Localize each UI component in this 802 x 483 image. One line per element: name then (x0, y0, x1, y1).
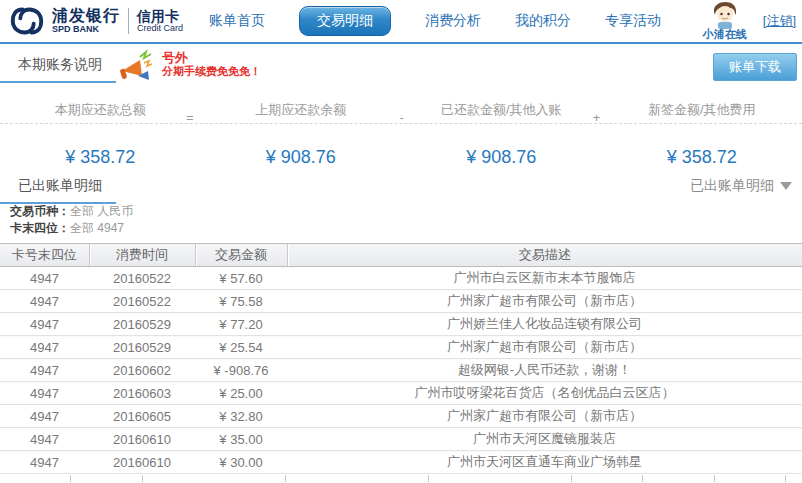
table-row: 4947 20160529 ¥ 77.20 广州娇兰佳人化妆品连锁有限公司 (0, 313, 802, 336)
nav-item-bill-home[interactable]: 账单首页 (209, 12, 265, 30)
statement-selector-dropdown[interactable]: 已出账单明细 (690, 177, 792, 195)
bank-name-en: SPD BANK (52, 25, 120, 34)
cell-date: 20160610 (89, 428, 195, 451)
cutoff-table-strip (0, 475, 802, 482)
nav-item-my-points[interactable]: 我的积分 (515, 12, 571, 30)
logout-link[interactable]: [注销] (763, 12, 796, 30)
table-row: 4947 20160522 ¥ 75.58 广州家广超市有限公司（新市店） (0, 290, 802, 313)
product-name-cn: 信用卡 (137, 9, 183, 24)
filter-currency: 交易币种：全部 人民币 (10, 203, 802, 220)
chevron-down-icon (780, 182, 792, 190)
logo-divider (128, 8, 129, 34)
col-header-date: 消费时间 (89, 244, 195, 267)
cell-date: 20160610 (89, 451, 195, 474)
table-row: 4947 20160529 ¥ 25.54 广州家广超市有限公司（新市店） (0, 336, 802, 359)
operator-minus: - (399, 110, 403, 125)
cell-amount: ¥ 57.60 (195, 267, 287, 290)
main-nav: 账单首页 交易明细 消费分析 我的积分 专享活动 (209, 6, 661, 36)
cell-card: 4947 (0, 382, 89, 405)
cell-card: 4947 (0, 405, 89, 428)
product-name-en: Credit Card (137, 24, 183, 33)
cell-description: 广州市天河区魔镜服装店 (287, 428, 802, 451)
filter-card-label: 卡末四位： (10, 221, 70, 235)
dropdown-selected-value: 已出账单明细 (690, 177, 774, 195)
cell-card: 4947 (0, 267, 89, 290)
summary-label: 新签金额/其他费用 (602, 101, 802, 119)
megaphone-icon (118, 49, 160, 85)
cell-card: 4947 (0, 359, 89, 382)
summary-col-previous-balance: 上期应还款余额 ¥ 908.76 (201, 90, 402, 165)
cell-date: 20160602 (89, 359, 195, 382)
summary-col-current-due: 本期应还款总额 ¥ 358.72 (0, 90, 201, 165)
summary-equation: = - + 本期应还款总额 ¥ 358.72 上期应还款余额 ¥ 908.76 … (0, 90, 802, 165)
cell-amount: ¥ 25.54 (195, 336, 287, 359)
filter-card-value: 全部 4947 (70, 221, 124, 235)
table-header-row: 卡号末四位 消费时间 交易金额 交易描述 (0, 244, 802, 267)
table-row: 4947 20160603 ¥ 25.00 广州市哎呀梁花百货店（名创优品白云区… (0, 382, 802, 405)
nav-item-transaction-detail[interactable]: 交易明细 (299, 6, 391, 36)
col-header-card-last4: 卡号末四位 (0, 244, 89, 267)
cell-date: 20160603 (89, 382, 195, 405)
summary-label: 上期应还款余额 (201, 101, 402, 119)
summary-col-new-charges: 新签金额/其他费用 ¥ 358.72 (602, 90, 802, 165)
col-header-description: 交易描述 (287, 244, 802, 267)
cell-card: 4947 (0, 290, 89, 313)
table-row: 4947 20160602 ¥ -908.76 超级网银-人民币还款，谢谢！ (0, 359, 802, 382)
spd-bank-logo-icon (8, 5, 46, 37)
operator-plus: + (593, 110, 601, 125)
cell-amount: ¥ 77.20 (195, 313, 287, 336)
cell-amount: ¥ 25.00 (195, 382, 287, 405)
promo-line2: 分期手续费免免免！ (162, 65, 261, 78)
cell-amount: ¥ 75.58 (195, 290, 287, 313)
cell-description: 广州市天河区直通车商业广场韩星 (287, 451, 802, 474)
account-summary-header: 本期账务说明 号外 分期手续费免免免！ 账单下载 (0, 44, 802, 90)
cell-date: 20160522 (89, 290, 195, 313)
cell-description: 超级网银-人民币还款，谢谢！ (287, 359, 802, 382)
table-row: 4947 20160605 ¥ 32.80 广州家广超市有限公司（新市店） (0, 405, 802, 428)
summary-col-repaid-amount: 已还款金额/其他入账 ¥ 908.76 (401, 90, 602, 165)
cell-date: 20160522 (89, 267, 195, 290)
download-statement-button[interactable]: 账单下载 (713, 53, 797, 81)
summary-label: 本期应还款总额 (0, 101, 201, 119)
tab-issued-statement-detail[interactable]: 已出账单明细 (0, 171, 116, 204)
col-header-amount: 交易金额 (195, 244, 287, 267)
filter-card-last4: 卡末四位：全部 4947 (10, 220, 802, 237)
cell-amount: ¥ 32.80 (195, 405, 287, 428)
cell-date: 20160529 (89, 313, 195, 336)
mascot-avatar-icon (710, 2, 740, 29)
cell-date: 20160605 (89, 405, 195, 428)
cell-card: 4947 (0, 451, 89, 474)
online-service-mascot[interactable]: 小浦在线 (703, 2, 747, 40)
transaction-filters: 交易币种：全部 人民币 卡末四位：全部 4947 (0, 203, 802, 243)
promo-line1: 号外 (162, 51, 261, 65)
transactions-header: 已出账单明细 已出账单明细 (0, 165, 802, 203)
cell-card: 4947 (0, 428, 89, 451)
bank-name-cn: 浦发银行 (52, 8, 120, 25)
cell-description: 广州家广超市有限公司（新市店） (287, 336, 802, 359)
cell-description: 广州娇兰佳人化妆品连锁有限公司 (287, 313, 802, 336)
cell-description: 广州市白云区新市末本节服饰店 (287, 267, 802, 290)
spd-bank-logo[interactable]: 浦发银行 SPD BANK 信用卡 Credit Card (0, 5, 183, 37)
table-row: 4947 20160610 ¥ 35.00 广州市天河区魔镜服装店 (0, 428, 802, 451)
cell-description: 广州市哎呀梁花百货店（名创优品白云区店） (287, 382, 802, 405)
cell-amount: ¥ -908.76 (195, 359, 287, 382)
tab-current-statement-summary[interactable]: 本期账务说明 (0, 50, 116, 83)
table-row: 4947 20160522 ¥ 57.60 广州市白云区新市末本节服饰店 (0, 267, 802, 290)
nav-item-exclusive-events[interactable]: 专享活动 (605, 12, 661, 30)
filter-currency-value: 全部 人民币 (70, 204, 133, 218)
filter-currency-label: 交易币种： (10, 204, 70, 218)
cell-amount: ¥ 30.00 (195, 451, 287, 474)
cell-card: 4947 (0, 313, 89, 336)
table-row: 4947 20160610 ¥ 30.00 广州市天河区直通车商业广场韩星 (0, 451, 802, 474)
operator-equals: = (186, 110, 194, 125)
cell-date: 20160529 (89, 336, 195, 359)
cell-card: 4947 (0, 336, 89, 359)
cell-description: 广州家广超市有限公司（新市店） (287, 290, 802, 313)
summary-label: 已还款金额/其他入账 (401, 101, 602, 119)
top-navigation-bar: 浦发银行 SPD BANK 信用卡 Credit Card 账单首页 交易明细 … (0, 0, 802, 44)
promo-banner: 号外 分期手续费免免免！ (118, 49, 261, 85)
nav-item-spending-analysis[interactable]: 消费分析 (425, 12, 481, 30)
cell-description: 广州家广超市有限公司（新市店） (287, 405, 802, 428)
cell-amount: ¥ 35.00 (195, 428, 287, 451)
mascot-caption: 小浦在线 (703, 29, 747, 40)
